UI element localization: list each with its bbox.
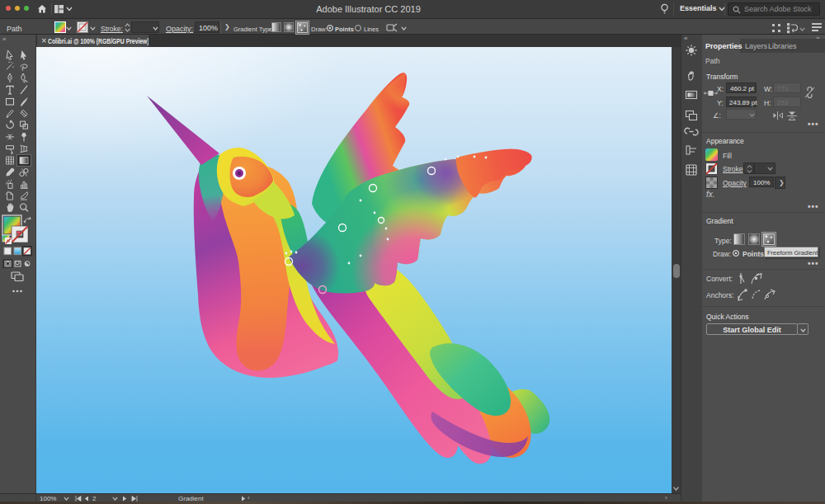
- svg-text:«: «: [2, 35, 7, 43]
